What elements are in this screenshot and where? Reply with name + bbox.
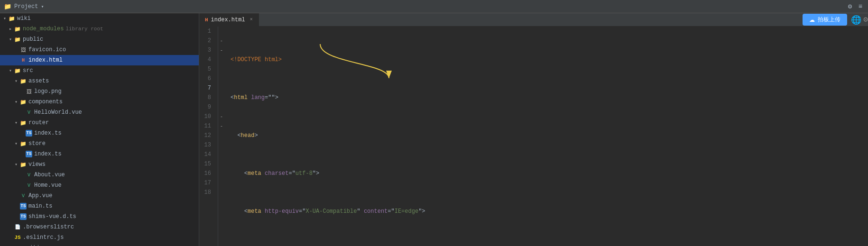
code-attr-content-5: content	[360, 207, 388, 216]
vue-icon-about: V	[26, 172, 32, 178]
fold-1	[218, 27, 225, 36]
tree-item-browserslistrc[interactable]: 📄 .browserslistrc	[0, 222, 199, 232]
tree-label-views: views	[28, 161, 46, 168]
tree-label-home-vue: Home.vue	[34, 182, 62, 189]
upload-button[interactable]: ☁ 拍板上传	[803, 14, 847, 26]
tab-index-html[interactable]: H index.html ×	[199, 13, 259, 27]
tree-label-helloworld: HelloWorld.vue	[34, 109, 82, 116]
code-b5b: ="	[299, 207, 305, 216]
vue-icon-home: V	[26, 182, 32, 189]
line-num-13: 13	[199, 140, 214, 150]
tree-item-public[interactable]: 📁 public	[0, 34, 199, 45]
line-num-1: 1	[199, 27, 214, 36]
vue-icon-helloworld: V	[26, 109, 32, 116]
code-container: 1 2 3 4 5 6 7 8 9 10 11 12 13 14 15 16 1…	[199, 27, 868, 246]
browser-settings-icon[interactable]: ⚙	[863, 15, 868, 25]
code-b4b: ="	[288, 169, 295, 178]
fold-13	[218, 140, 225, 150]
tree-item-wiki[interactable]: 📁 wiki	[0, 13, 199, 24]
fold-12	[218, 131, 225, 140]
file-tree: 📁 wiki 📁 node_modules library root 📁 pub…	[0, 13, 199, 246]
tree-item-logo-png[interactable]: 🖼 logo.png	[0, 86, 199, 97]
code-tag-meta-4: meta	[248, 169, 261, 178]
tree-item-shims-vue[interactable]: TS shims-vue.d.ts	[0, 211, 199, 222]
tree-item-gitignore[interactable]: ⊙ .gitignore	[0, 243, 199, 246]
settings-icon[interactable]: ⚙	[846, 3, 854, 10]
fold-18	[218, 188, 225, 197]
line-num-10: 10	[199, 112, 214, 121]
fold-10[interactable]: -	[218, 112, 225, 121]
tree-item-assets[interactable]: 📁 assets	[0, 76, 199, 86]
code-text-2a: <	[231, 93, 234, 102]
file-icon-browserslistrc: 📄	[14, 224, 21, 230]
arrow-components	[13, 99, 19, 105]
line-num-3: 3	[199, 46, 214, 55]
tree-label-store: store	[28, 140, 46, 147]
tree-label-favicon: favicon.ico	[28, 46, 66, 53]
tree-label-src: src	[23, 67, 33, 74]
arrow-store	[13, 141, 19, 146]
ico-icon-favicon: 🖼	[20, 46, 27, 53]
browser-icons: 🌐 ⚙	[851, 15, 868, 25]
tree-item-eslintrc[interactable]: JS .eslintrc.js	[0, 232, 199, 243]
fold-14	[218, 150, 225, 159]
tree-item-home-vue[interactable]: V Home.vue	[0, 180, 199, 191]
tree-item-store[interactable]: 📁 store	[0, 138, 199, 149]
ts-icon-shims: TS	[20, 213, 27, 220]
code-val-ua: X-UA-Compatible	[305, 207, 357, 216]
main-area: 📁 wiki 📁 node_modules library root 📁 pub…	[0, 13, 868, 246]
ie-icon[interactable]: 🌐	[851, 15, 861, 25]
code-line-2: <html lang="">	[231, 93, 868, 102]
tree-label-logo-png: logo.png	[34, 88, 62, 95]
project-label[interactable]: Project	[14, 3, 38, 10]
fold-7	[218, 83, 225, 93]
code-eq-2: ="	[265, 93, 271, 102]
code-bracket-3: <	[237, 131, 240, 140]
tree-item-app-vue[interactable]: V App.vue	[0, 191, 199, 201]
line-num-8: 8	[199, 93, 214, 102]
line-num-6: 6	[199, 74, 214, 83]
title-bar-left: 📁 Project ▾	[4, 3, 842, 10]
line-num-14: 14	[199, 150, 214, 159]
tree-label-shims-vue: shims-vue.d.ts	[28, 213, 76, 220]
fold-11[interactable]: -	[218, 121, 225, 131]
tree-item-store-index[interactable]: TS index.ts	[0, 149, 199, 159]
tree-label-app-vue: App.vue	[28, 192, 52, 199]
fold-2[interactable]: -	[218, 36, 225, 46]
tree-item-about-vue[interactable]: V About.vue	[0, 170, 199, 180]
tree-item-components[interactable]: 📁 components	[0, 97, 199, 107]
tree-item-router-index[interactable]: TS index.ts	[0, 128, 199, 138]
code-b4a: <	[244, 169, 248, 178]
tree-item-views[interactable]: 📁 views	[0, 159, 199, 170]
menu-icon[interactable]: ≡	[857, 3, 864, 10]
tree-item-router[interactable]: 📁 router	[0, 118, 199, 128]
tree-item-helloworld[interactable]: V HelloWorld.vue	[0, 107, 199, 118]
vue-icon-app: V	[20, 192, 27, 199]
editor-area: H index.html × ☁ 拍板上传 🌐 ⚙ 1 2 3 4	[199, 13, 868, 246]
code-bracket-3b: >	[254, 131, 258, 140]
fold-3[interactable]: -	[218, 46, 225, 55]
tree-item-index-html[interactable]: H index.html	[0, 55, 199, 65]
tab-label-index-html: index.html	[211, 17, 245, 23]
tree-item-favicon[interactable]: 🖼 favicon.ico	[0, 45, 199, 55]
code-line-1: <!DOCTYPE html>	[231, 55, 868, 64]
line-num-12: 12	[199, 131, 214, 140]
code-attr-charset: charset	[261, 169, 289, 178]
line-num-17: 17	[199, 178, 214, 188]
code-editor[interactable]: <!DOCTYPE html> <html lang=""> <head> <m…	[225, 27, 868, 246]
line-num-4: 4	[199, 55, 214, 64]
project-dropdown-arrow[interactable]: ▾	[41, 4, 44, 9]
tree-item-main-ts[interactable]: TS main.ts	[0, 201, 199, 211]
code-b5c: "	[357, 207, 360, 216]
arrow-router	[13, 120, 19, 126]
code-tag-html: html	[234, 93, 248, 102]
tab-close-index-html[interactable]: ×	[250, 17, 253, 22]
line-num-16: 16	[199, 169, 214, 178]
tree-item-node-modules[interactable]: 📁 node_modules library root	[0, 24, 199, 34]
tree-suffix-node-modules: library root	[65, 26, 103, 32]
folder-icon-node-modules: 📁	[14, 26, 21, 32]
fold-6	[218, 74, 225, 83]
line-num-5: 5	[199, 64, 214, 74]
tree-item-src[interactable]: 📁 src	[0, 65, 199, 76]
tree-label-store-index: index.ts	[34, 151, 62, 157]
